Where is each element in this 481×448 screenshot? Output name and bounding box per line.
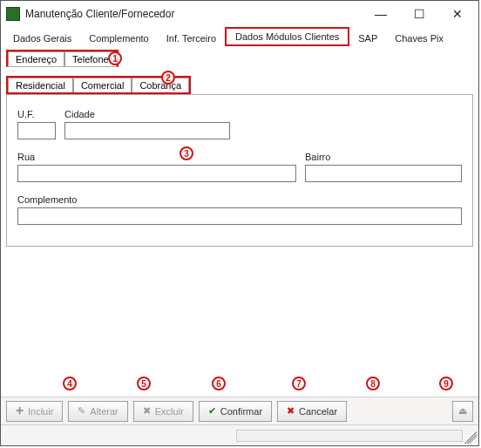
titlebar: Manutenção Cliente/Fornecedor — ☐ ✕ (1, 1, 478, 27)
minimize-button[interactable]: — (362, 2, 400, 26)
sub-tab-group-address-type: Residencial Comercial Cobrança (6, 76, 191, 94)
window-title: Manutenção Cliente/Fornecedor (25, 8, 362, 20)
main-tab-strip: Dados Gerais Complemento Inf. Terceiro D… (1, 27, 478, 46)
plus-icon: ✚ (16, 405, 24, 417)
exit-icon: ⏏ (458, 405, 467, 417)
excluir-button[interactable]: ✖ Excluir (133, 401, 193, 422)
incluir-label: Incluir (28, 406, 53, 417)
tab-dados-gerais[interactable]: Dados Gerais (4, 31, 80, 46)
uf-input[interactable] (17, 122, 56, 139)
rua-label: Rua (17, 152, 296, 162)
incluir-button[interactable]: ✚ Incluir (6, 401, 63, 422)
tab-residencial[interactable]: Residencial (8, 78, 73, 92)
tab-cobranca[interactable]: Cobrança (132, 78, 189, 92)
cancel-icon: ✖ (287, 405, 295, 417)
tab-telefone[interactable]: Telefone (64, 51, 117, 66)
tab-chaves-pix[interactable]: Chaves Pix (386, 31, 452, 46)
resize-grip[interactable] (464, 431, 477, 444)
complemento-label: Complemento (17, 194, 462, 205)
cidade-label: Cidade (64, 109, 230, 119)
delete-icon: ✖ (143, 405, 151, 417)
edit-icon: ✎ (78, 405, 85, 417)
cancelar-button[interactable]: ✖ Cancelar (277, 401, 347, 422)
window-controls: — ☐ ✕ (362, 2, 477, 26)
horizontal-scrollbar[interactable] (236, 430, 463, 442)
maximize-button[interactable]: ☐ (400, 2, 438, 26)
address-form-panel: U.F. Cidade Rua Bairro (6, 94, 473, 247)
confirmar-label: Confirmar (220, 406, 262, 417)
tab-sap[interactable]: SAP (349, 31, 386, 46)
tab-comercial[interactable]: Comercial (73, 78, 132, 92)
sub-tab-group-contact: Endereço Telefone (6, 50, 119, 67)
close-button[interactable]: ✕ (438, 2, 477, 26)
tab-dados-modulos-clientes[interactable]: Dados Módulos Clientes (225, 27, 349, 46)
complemento-input[interactable] (17, 207, 462, 225)
statusbar (1, 424, 478, 445)
cidade-input[interactable] (64, 122, 230, 139)
excluir-label: Excluir (155, 406, 184, 417)
tab-endereco[interactable]: Endereço (8, 51, 64, 66)
action-toolbar: ✚ Incluir ✎ Alterar ✖ Excluir ✔ Confirma… (1, 397, 478, 424)
exit-button[interactable]: ⏏ (452, 401, 473, 422)
cancelar-label: Cancelar (299, 406, 337, 417)
app-icon (6, 7, 20, 21)
app-window: Manutenção Cliente/Fornecedor — ☐ ✕ Dado… (0, 0, 479, 446)
tab-inf-terceiro[interactable]: Inf. Terceiro (158, 31, 225, 46)
check-icon: ✔ (208, 405, 216, 417)
alterar-button[interactable]: ✎ Alterar (68, 401, 127, 422)
rua-input[interactable] (17, 165, 296, 182)
bairro-label: Bairro (305, 152, 462, 162)
uf-label: U.F. (17, 109, 56, 119)
alterar-label: Alterar (90, 406, 118, 417)
bairro-input[interactable] (305, 165, 462, 182)
confirmar-button[interactable]: ✔ Confirmar (199, 401, 272, 422)
content-area: Endereço Telefone Residencial Comercial … (1, 46, 478, 397)
tab-complemento[interactable]: Complemento (80, 31, 157, 46)
